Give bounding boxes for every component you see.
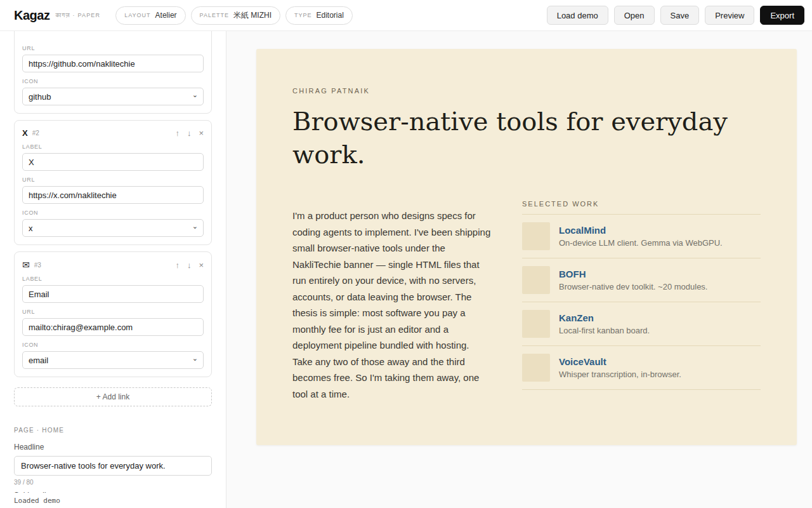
url-label: URL [22, 45, 204, 51]
load-demo-button[interactable]: Load demo [547, 6, 608, 25]
project-list: LocalMind On-device LLM client. Gemma vi… [522, 214, 761, 390]
icon-label: ICON [22, 210, 204, 216]
layout-pill[interactable]: LAYOUT Atelier [115, 6, 185, 25]
selected-work-title: SELECTED WORK [522, 200, 761, 208]
move-up-button[interactable]: ↑ [175, 260, 180, 270]
project-name[interactable]: VoiceVault [559, 356, 681, 367]
palette-pill-key: PALETTE [200, 12, 229, 18]
remove-link-button[interactable]: × [199, 128, 204, 138]
project-item-voicevault[interactable]: VoiceVault Whisper transcription, in-bro… [522, 346, 761, 390]
project-name[interactable]: KanZen [559, 312, 650, 323]
link1-url-input[interactable] [22, 55, 204, 72]
project-thumbnail [522, 354, 550, 382]
link2-label-input[interactable] [22, 153, 204, 171]
url-label: URL [22, 177, 204, 183]
link-card-2: X #2 ↑ ↓ × LABEL URL ICON x [14, 120, 212, 245]
link3-number: #3 [34, 262, 41, 269]
link3-url-input[interactable] [22, 318, 204, 336]
layout-pill-key: LAYOUT [124, 12, 150, 18]
link3-icon-select[interactable]: email [22, 351, 204, 369]
project-thumbnail [522, 266, 550, 294]
project-description: Local-first kanban board. [559, 326, 650, 335]
move-up-button[interactable]: ↑ [175, 128, 180, 138]
label-label: LABEL [22, 276, 204, 282]
project-description: On-device LLM client. Gemma via WebGPU. [559, 238, 723, 248]
preview-area: CHIRAG PATNAIK Browser-native tools for … [226, 31, 812, 508]
preview-kicker: CHIRAG PATNAIK [292, 87, 761, 95]
icon-label: ICON [22, 78, 204, 84]
project-description: Browser-native dev toolkit. ~20 modules. [559, 282, 707, 291]
move-down-button[interactable]: ↓ [187, 260, 192, 270]
page-section-title: PAGE · HOME [14, 427, 212, 434]
link-card-3: ✉ #3 ↑ ↓ × LABEL URL ICON email [14, 251, 212, 377]
project-item-localmind[interactable]: LocalMind On-device LLM client. Gemma vi… [522, 215, 761, 258]
link-card-1: URL ICON github ⌄ [14, 31, 212, 114]
project-item-bofh[interactable]: BOFH Browser-native dev toolkit. ~20 mod… [522, 258, 761, 302]
preview-page: CHIRAG PATNAIK Browser-native tools for … [256, 49, 797, 445]
project-item-kanzen[interactable]: KanZen Local-first kanban board. [522, 302, 761, 346]
palette-pill-value: 米紙 MIZHI [233, 10, 272, 21]
toolbar-actions: Load demo Open Save Preview Export [547, 6, 804, 25]
status-bar: Loaded demo [0, 493, 226, 508]
link2-number: #2 [32, 130, 39, 137]
link3-label-input[interactable] [22, 285, 204, 303]
link1-icon-select[interactable]: github [22, 88, 204, 105]
url-label: URL [22, 309, 204, 315]
type-pill-value: Editorial [316, 11, 343, 20]
label-label: LABEL [22, 144, 204, 150]
preview-headline: Browser-native tools for everyday work. [292, 105, 756, 171]
editor-sidebar: URL ICON github ⌄ X #2 ↑ ↓ [0, 31, 226, 508]
x-icon: X [22, 128, 28, 138]
sidebar-scroll-area[interactable]: URL ICON github ⌄ X #2 ↑ ↓ [0, 31, 226, 493]
add-link-button[interactable]: + Add link [14, 387, 212, 406]
app-logo: Kagaz [14, 8, 49, 23]
save-button[interactable]: Save [660, 6, 700, 25]
top-toolbar: Kagaz कागज़ · PAPER LAYOUT Atelier PALET… [0, 0, 812, 31]
type-pill[interactable]: TYPE Editorial [285, 6, 353, 25]
status-text: Loaded demo [14, 497, 60, 505]
project-name[interactable]: BOFH [559, 269, 707, 279]
headline-counter: 39 / 80 [14, 479, 212, 486]
headline-field-label: Headline [14, 443, 212, 451]
headline-input[interactable] [14, 456, 212, 476]
preview-button[interactable]: Preview [705, 6, 754, 25]
settings-pills: LAYOUT Atelier PALETTE 米紙 MIZHI TYPE Edi… [115, 6, 353, 25]
remove-link-button[interactable]: × [199, 260, 204, 270]
intro-paragraph: I'm a product person who designs specs f… [292, 208, 491, 402]
app-logo-subtitle: कागज़ · PAPER [55, 12, 100, 19]
project-description: Whisper transcription, in-browser. [559, 370, 681, 379]
icon-label: ICON [22, 342, 204, 348]
project-thumbnail [522, 310, 550, 338]
project-thumbnail [522, 222, 550, 250]
open-button[interactable]: Open [614, 6, 655, 25]
palette-pill[interactable]: PALETTE 米紙 MIZHI [191, 6, 280, 25]
project-name[interactable]: LocalMind [559, 225, 723, 236]
selected-work-column: SELECTED WORK LocalMind On-device LLM cl… [522, 200, 761, 402]
type-pill-key: TYPE [294, 12, 312, 18]
intro-column: I'm a product person who designs specs f… [292, 208, 491, 402]
email-icon: ✉ [22, 260, 30, 270]
link2-url-input[interactable] [22, 186, 204, 204]
export-button[interactable]: Export [760, 6, 804, 25]
link2-icon-select[interactable]: x [22, 219, 204, 237]
move-down-button[interactable]: ↓ [187, 128, 192, 138]
layout-pill-value: Atelier [155, 11, 177, 20]
